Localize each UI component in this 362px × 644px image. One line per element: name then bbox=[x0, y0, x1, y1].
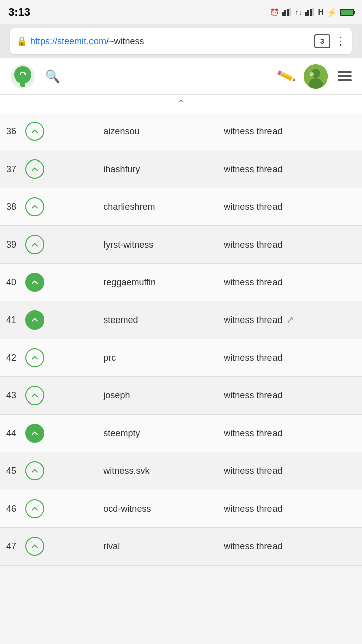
svg-point-12 bbox=[310, 72, 314, 76]
table-row: 41steemedwitness thread↗ bbox=[0, 301, 362, 339]
witness-name[interactable]: joseph bbox=[97, 377, 218, 415]
svg-point-11 bbox=[309, 78, 323, 89]
witness-name[interactable]: steemed bbox=[97, 301, 218, 339]
battery-icon bbox=[340, 9, 354, 16]
app-header: 🔍 ✏️ bbox=[0, 58, 362, 95]
vote-button[interactable] bbox=[25, 499, 44, 518]
svg-rect-0 bbox=[282, 12, 284, 16]
status-time: 3:13 bbox=[8, 6, 30, 19]
witness-thread[interactable]: witness thread bbox=[218, 415, 362, 452]
table-row: 39fyrst-witnesswitness thread bbox=[0, 226, 362, 264]
rank-number: 45 bbox=[6, 466, 20, 476]
witness-thread[interactable]: witness thread bbox=[218, 528, 362, 566]
rank-number: 44 bbox=[6, 428, 20, 439]
vote-button[interactable] bbox=[25, 310, 44, 330]
browser-menu-button[interactable]: ⋮ bbox=[335, 35, 346, 48]
table-row: 45witness.svkwitness thread bbox=[0, 452, 362, 490]
vote-button[interactable] bbox=[25, 461, 44, 480]
rank-number: 37 bbox=[6, 164, 20, 175]
witness-name[interactable]: fyrst-witness bbox=[97, 226, 218, 264]
table-row: 42prcwitness thread bbox=[0, 339, 362, 377]
witness-name[interactable]: witness.svk bbox=[97, 452, 218, 490]
svg-rect-2 bbox=[287, 9, 289, 16]
witness-thread[interactable]: witness thread bbox=[218, 490, 362, 528]
witness-thread[interactable]: witness thread↗ bbox=[218, 301, 362, 339]
rank-number: 43 bbox=[6, 390, 20, 401]
witness-thread[interactable]: witness thread bbox=[218, 377, 362, 415]
vote-button[interactable] bbox=[25, 537, 44, 556]
compose-icon[interactable]: ✏️ bbox=[276, 66, 296, 86]
rank-number: 41 bbox=[6, 315, 20, 326]
svg-rect-3 bbox=[289, 8, 291, 16]
address-bar[interactable]: 🔒 https://steemit.com/~witness 3 ⋮ bbox=[10, 28, 352, 54]
svg-rect-1 bbox=[284, 10, 286, 16]
vote-button[interactable] bbox=[25, 424, 44, 443]
svg-rect-4 bbox=[305, 12, 307, 16]
alarm-icon: ⏰ bbox=[270, 8, 279, 16]
hamburger-menu[interactable] bbox=[338, 71, 352, 81]
avatar[interactable] bbox=[304, 64, 328, 89]
witness-thread[interactable]: witness thread bbox=[218, 150, 362, 188]
steemit-logo[interactable] bbox=[10, 64, 35, 89]
search-icon[interactable]: 🔍 bbox=[45, 69, 60, 84]
share-icon[interactable]: ↗ bbox=[286, 314, 294, 326]
rank-number: 36 bbox=[6, 126, 20, 137]
witness-name[interactable]: rival bbox=[97, 528, 218, 566]
svg-rect-5 bbox=[307, 10, 309, 16]
table-row: 37ihashfurywitness thread bbox=[0, 150, 362, 188]
scroll-indicator: ⌃ bbox=[0, 95, 362, 113]
tab-count[interactable]: 3 bbox=[314, 34, 330, 48]
status-bar: 3:13 ⏰ ↑↓ H ⚡ bbox=[0, 0, 362, 24]
table-row: 46ocd-witnesswitness thread bbox=[0, 490, 362, 528]
lightning-icon: ⚡ bbox=[327, 8, 337, 17]
witness-name[interactable]: charlieshrem bbox=[97, 188, 218, 226]
witness-name[interactable]: ocd-witness bbox=[97, 490, 218, 528]
lock-icon: 🔒 bbox=[16, 36, 27, 47]
witness-thread[interactable]: witness thread bbox=[218, 339, 362, 377]
status-icons: ⏰ ↑↓ H ⚡ bbox=[270, 8, 354, 17]
vote-button[interactable] bbox=[25, 159, 44, 179]
table-row: 47rivalwitness thread bbox=[0, 528, 362, 566]
vote-button[interactable] bbox=[25, 197, 44, 216]
vote-button[interactable] bbox=[25, 273, 44, 292]
table-row: 36aizensouwitness thread bbox=[0, 113, 362, 150]
witness-name[interactable]: aizensou bbox=[97, 113, 218, 150]
witness-table: 36aizensouwitness thread37ihashfurywitne… bbox=[0, 113, 362, 566]
svg-rect-7 bbox=[312, 8, 314, 16]
witness-thread[interactable]: witness thread bbox=[218, 226, 362, 264]
vote-button[interactable] bbox=[25, 386, 44, 405]
table-row: 44steemptywitness thread bbox=[0, 415, 362, 452]
witness-name[interactable]: prc bbox=[97, 339, 218, 377]
witness-thread[interactable]: witness thread bbox=[218, 264, 362, 301]
url-text: https://steemit.com/~witness bbox=[30, 36, 309, 47]
witness-thread[interactable]: witness thread bbox=[218, 113, 362, 150]
vote-button[interactable] bbox=[25, 122, 44, 141]
rank-number: 39 bbox=[6, 239, 20, 250]
witness-name[interactable]: ihashfury bbox=[97, 150, 218, 188]
witness-name[interactable]: steempty bbox=[97, 415, 218, 452]
data-icon: ↑↓ bbox=[295, 8, 302, 16]
table-row: 40reggaemuffinwitness thread bbox=[0, 264, 362, 301]
vote-button[interactable] bbox=[25, 235, 44, 254]
svg-rect-6 bbox=[310, 9, 312, 16]
rank-number: 46 bbox=[6, 504, 20, 514]
signal-icon-1 bbox=[282, 8, 292, 17]
rank-number: 47 bbox=[6, 541, 20, 552]
rank-number: 40 bbox=[6, 277, 20, 288]
scroll-up-arrow: ⌃ bbox=[177, 98, 186, 110]
witness-name[interactable]: reggaemuffin bbox=[97, 264, 218, 301]
signal-icon-2 bbox=[305, 8, 315, 17]
table-row: 43josephwitness thread bbox=[0, 377, 362, 415]
vote-button[interactable] bbox=[25, 348, 44, 367]
rank-number: 42 bbox=[6, 353, 20, 363]
h-icon: H bbox=[318, 8, 324, 17]
rank-number: 38 bbox=[6, 202, 20, 212]
witness-thread[interactable]: witness thread bbox=[218, 452, 362, 490]
table-row: 38charlieshremwitness thread bbox=[0, 188, 362, 226]
witness-thread[interactable]: witness thread bbox=[218, 188, 362, 226]
header-right: ✏️ bbox=[278, 64, 352, 89]
